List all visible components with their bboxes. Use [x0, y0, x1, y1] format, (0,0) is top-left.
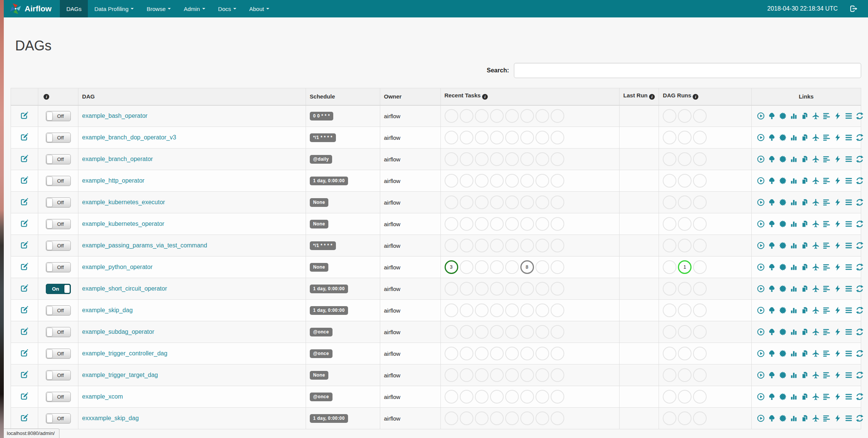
task-state-circle[interactable]	[551, 303, 564, 317]
task-state-circle[interactable]	[505, 260, 519, 274]
task-state-circle[interactable]	[663, 131, 676, 144]
dag-link[interactable]: example_python_operator	[82, 264, 153, 270]
task-tries-icon[interactable]	[801, 134, 809, 141]
task-state-circle[interactable]	[475, 109, 489, 123]
task-state-circle[interactable]	[693, 411, 707, 425]
task-state-circle[interactable]	[663, 368, 676, 382]
task-state-circle[interactable]	[535, 390, 549, 404]
tree-view-icon[interactable]	[768, 328, 776, 336]
info-icon[interactable]: i	[482, 94, 488, 100]
edit-dag-icon[interactable]	[20, 241, 29, 250]
task-state-circle[interactable]	[551, 260, 564, 274]
graph-view-icon[interactable]	[779, 177, 787, 185]
edit-dag-icon[interactable]	[20, 133, 29, 142]
task-state-circle[interactable]	[490, 325, 504, 339]
task-state-circle[interactable]	[460, 347, 473, 360]
logs-icon[interactable]	[845, 177, 852, 185]
logs-icon[interactable]	[845, 371, 852, 379]
refresh-icon[interactable]	[856, 263, 863, 271]
task-state-circle[interactable]	[663, 347, 676, 360]
edit-dag-icon[interactable]	[20, 219, 29, 229]
edit-dag-icon[interactable]	[20, 284, 29, 294]
task-state-circle[interactable]: 1	[678, 260, 692, 274]
task-state-circle[interactable]	[475, 152, 489, 166]
trigger-dag-icon[interactable]	[757, 285, 765, 293]
task-state-circle[interactable]	[505, 109, 519, 123]
edit-dag-icon[interactable]	[20, 262, 29, 272]
task-state-circle[interactable]	[475, 174, 489, 188]
task-state-circle[interactable]	[535, 196, 549, 209]
refresh-icon[interactable]	[856, 415, 863, 422]
task-state-circle[interactable]	[460, 174, 473, 188]
trigger-dag-icon[interactable]	[757, 220, 765, 228]
task-state-circle[interactable]	[445, 303, 458, 317]
gantt-icon[interactable]	[823, 155, 831, 163]
task-state-circle[interactable]	[460, 109, 473, 123]
task-state-circle[interactable]	[505, 217, 519, 231]
task-state-circle[interactable]	[505, 131, 519, 144]
dag-pause-toggle[interactable]: Off	[46, 262, 71, 272]
tree-view-icon[interactable]	[768, 285, 776, 293]
trigger-dag-icon[interactable]	[757, 242, 765, 249]
landing-times-icon[interactable]	[812, 220, 820, 228]
code-view-icon[interactable]	[834, 415, 841, 422]
nav-item-browse[interactable]: Browse	[140, 0, 177, 17]
task-state-circle[interactable]	[551, 390, 564, 404]
task-state-circle[interactable]	[490, 260, 504, 274]
refresh-icon[interactable]	[856, 285, 863, 293]
tree-view-icon[interactable]	[768, 393, 776, 400]
code-view-icon[interactable]	[834, 199, 841, 206]
task-state-circle[interactable]	[505, 347, 519, 360]
task-state-circle[interactable]	[535, 411, 549, 425]
refresh-icon[interactable]	[856, 242, 863, 249]
task-state-circle[interactable]	[693, 260, 707, 274]
refresh-icon[interactable]	[856, 328, 863, 336]
landing-times-icon[interactable]	[812, 134, 820, 141]
dag-link[interactable]: example_branch_dop_operator_v3	[82, 134, 176, 141]
graph-view-icon[interactable]	[779, 134, 787, 141]
task-state-circle[interactable]	[693, 390, 707, 404]
task-state-circle[interactable]	[551, 368, 564, 382]
task-duration-icon[interactable]	[790, 350, 798, 357]
trigger-dag-icon[interactable]	[757, 155, 765, 163]
code-view-icon[interactable]	[834, 220, 841, 228]
task-tries-icon[interactable]	[801, 328, 809, 336]
task-state-circle[interactable]	[551, 152, 564, 166]
task-state-circle[interactable]	[490, 196, 504, 209]
task-state-circle[interactable]: 8	[520, 260, 534, 274]
gantt-icon[interactable]	[823, 112, 831, 120]
task-state-circle[interactable]	[678, 368, 692, 382]
task-duration-icon[interactable]	[790, 177, 798, 185]
nav-item-about[interactable]: About	[243, 0, 276, 17]
airflow-brand[interactable]: Airflow	[4, 0, 60, 17]
task-state-circle[interactable]	[460, 260, 473, 274]
logs-icon[interactable]	[845, 393, 852, 400]
landing-times-icon[interactable]	[812, 242, 820, 249]
task-state-circle[interactable]	[535, 325, 549, 339]
code-view-icon[interactable]	[834, 328, 841, 336]
logout-icon[interactable]	[849, 4, 858, 13]
landing-times-icon[interactable]	[812, 177, 820, 185]
gantt-icon[interactable]	[823, 328, 831, 336]
code-view-icon[interactable]	[834, 371, 841, 379]
task-state-circle[interactable]	[693, 131, 707, 144]
logs-icon[interactable]	[845, 155, 852, 163]
task-state-circle[interactable]	[535, 109, 549, 123]
landing-times-icon[interactable]	[812, 328, 820, 336]
task-state-circle[interactable]	[551, 174, 564, 188]
task-state-circle[interactable]	[505, 303, 519, 317]
task-state-circle[interactable]	[505, 390, 519, 404]
dag-link[interactable]: example_subdag_operator	[82, 328, 154, 335]
task-state-circle[interactable]	[475, 303, 489, 317]
task-state-circle[interactable]	[535, 174, 549, 188]
task-state-circle[interactable]	[535, 239, 549, 252]
logs-icon[interactable]	[845, 134, 852, 141]
task-state-circle[interactable]	[490, 390, 504, 404]
task-state-circle[interactable]	[505, 239, 519, 252]
task-state-circle[interactable]	[490, 109, 504, 123]
tree-view-icon[interactable]	[768, 112, 776, 120]
task-state-circle[interactable]	[460, 303, 473, 317]
logs-icon[interactable]	[845, 112, 852, 120]
task-state-circle[interactable]	[520, 368, 534, 382]
logs-icon[interactable]	[845, 199, 852, 206]
